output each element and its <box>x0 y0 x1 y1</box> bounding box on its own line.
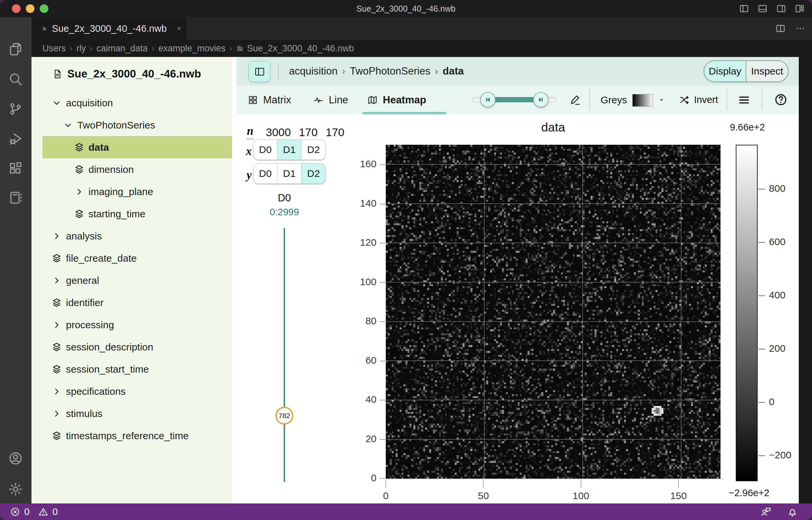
breadcrumb-segment[interactable]: rly <box>77 43 86 54</box>
frame-slider-track[interactable] <box>284 228 285 482</box>
tab-matrix[interactable]: Matrix <box>248 85 291 114</box>
colormap-swatch[interactable] <box>632 94 653 107</box>
colorbar-tick-mark <box>758 189 765 189</box>
colorbar-tick-mark <box>758 456 765 456</box>
breadcrumb-separator: › <box>70 44 73 53</box>
split-editor-icon[interactable] <box>776 24 786 33</box>
y-tick-mark <box>380 282 386 283</box>
breadcrumb-separator: › <box>229 44 232 53</box>
tree-item[interactable]: imaging_plane <box>43 181 232 203</box>
customize-layout-icon[interactable] <box>795 4 805 14</box>
toggle-panel-bottom-icon[interactable] <box>758 4 768 14</box>
colorbar-tick-mark <box>758 295 765 296</box>
tree-file-title: Sue_2x_3000_40_-46.nwb <box>52 66 201 82</box>
tree-item[interactable]: starting_time <box>43 203 232 225</box>
tree-item[interactable]: stimulus <box>43 402 232 425</box>
inspect-button[interactable]: Inspect <box>746 61 788 81</box>
y-tick-mark <box>380 204 386 204</box>
tree-item[interactable]: acquisition <box>43 92 232 114</box>
range-slider-end-handle[interactable] <box>533 92 548 107</box>
search-icon[interactable] <box>8 72 23 87</box>
editor-tab[interactable]: Sue_2x_3000_40_-46.nwb <box>31 17 187 40</box>
tree-item[interactable]: analysis <box>43 225 232 247</box>
y-d2-button[interactable]: D2 <box>302 163 326 184</box>
viewer-breadcrumb: acquisition› TwoPhotonSeries› data <box>289 57 464 85</box>
extensions-icon[interactable] <box>8 161 23 176</box>
y-d1-button[interactable]: D1 <box>277 163 302 184</box>
colorbar-tick-mark <box>758 242 765 243</box>
x-d2-button[interactable]: D2 <box>302 139 326 160</box>
tree-item[interactable]: dimension <box>43 158 232 181</box>
breadcrumb-segment[interactable]: Users <box>43 43 66 54</box>
notebook-icon[interactable] <box>8 190 23 205</box>
settings-gear-icon[interactable] <box>8 482 23 497</box>
editor-background-strip <box>799 57 812 503</box>
range-slider-selection[interactable] <box>488 97 541 102</box>
tree-scrollbar[interactable] <box>232 57 237 503</box>
tree-item[interactable]: processing <box>43 314 232 336</box>
file-icon <box>52 69 63 79</box>
more-actions-icon[interactable] <box>795 24 805 33</box>
x-d0-button[interactable]: D0 <box>253 139 277 160</box>
colormap-dropdown[interactable] <box>658 85 665 114</box>
tree-item[interactable]: file_create_date <box>43 247 232 269</box>
x-tick-mark <box>581 479 581 488</box>
tab-heatmap[interactable]: Heatmap <box>367 85 426 114</box>
tree-item[interactable]: TwoPhotonSeries <box>43 114 232 136</box>
y-dimension-selector: D0 D1 D2 <box>253 163 326 184</box>
x-tick-label: 150 <box>659 490 698 501</box>
source-control-icon[interactable] <box>8 101 23 116</box>
y-tick-label: 160 <box>345 158 376 170</box>
accounts-icon[interactable] <box>8 451 23 466</box>
tree-item[interactable]: timestamps_reference_time <box>43 425 232 447</box>
chevron-right-icon <box>51 408 62 419</box>
tree-item[interactable]: specifications <box>43 380 232 402</box>
tree-item[interactable]: data <box>43 136 232 158</box>
viewer-breadcrumb-segment[interactable]: TwoPhotonSeries <box>350 65 430 77</box>
x-d1-button[interactable]: D1 <box>277 139 302 160</box>
y-tick-mark <box>380 321 386 322</box>
y-d0-button[interactable]: D0 <box>253 163 277 184</box>
colorbar-tick-label: 400 <box>769 289 786 301</box>
edit-pen-icon[interactable] <box>569 94 582 106</box>
feedback-icon[interactable] <box>760 506 771 517</box>
toggle-panel-left-icon[interactable] <box>739 4 749 14</box>
chevron-right-icon <box>51 231 62 241</box>
tree-item[interactable]: session_start_time <box>43 358 232 380</box>
tree-item[interactable]: general <box>43 269 232 291</box>
breadcrumb-segment[interactable]: caiman_data <box>96 43 148 54</box>
notifications-bell-icon[interactable] <box>787 506 798 517</box>
tree-item[interactable]: session_description <box>43 336 232 358</box>
toggle-panel-right-icon[interactable] <box>776 4 786 14</box>
activity-bar <box>0 17 31 503</box>
breadcrumb-separator: › <box>152 44 154 53</box>
breadcrumb-file[interactable]: Sue_2x_3000_40_-46.nwb <box>247 43 354 54</box>
panel-left-icon <box>254 66 265 77</box>
colorbar-tick-mark <box>758 349 765 349</box>
viewer-breadcrumb-segment[interactable]: acquisition <box>289 65 337 77</box>
invert-button[interactable]: Invert <box>679 85 718 114</box>
frame-slider-handle[interactable]: 782 <box>275 407 293 425</box>
header-divider <box>278 63 279 79</box>
y-axis-dim-label: y <box>247 168 252 182</box>
breadcrumb-segment[interactable]: example_movies <box>158 43 226 54</box>
display-button[interactable]: Display <box>704 61 746 81</box>
close-tab-icon[interactable] <box>177 24 181 33</box>
x-axis-dim-label: x <box>246 145 252 158</box>
layers-icon <box>51 364 62 374</box>
help-icon[interactable] <box>774 93 787 106</box>
problems-status[interactable]: 0 0 <box>10 506 58 517</box>
explorer-icon[interactable] <box>8 42 23 57</box>
x-tick-label: 50 <box>463 490 503 501</box>
x-axis-line <box>386 478 724 479</box>
frame-slider-label: D0 <box>251 192 318 204</box>
chevron-right-icon <box>74 186 84 197</box>
tab-line[interactable]: Line <box>313 85 348 114</box>
menu-hamburger-icon[interactable] <box>738 94 751 106</box>
tree-item[interactable]: identifier <box>43 291 232 314</box>
run-debug-icon[interactable] <box>8 131 23 147</box>
toggle-tree-panel-button[interactable] <box>249 61 270 82</box>
y-tick-label: 140 <box>345 198 376 209</box>
range-slider-start-handle[interactable] <box>480 92 495 107</box>
caret-down-icon <box>658 97 665 103</box>
